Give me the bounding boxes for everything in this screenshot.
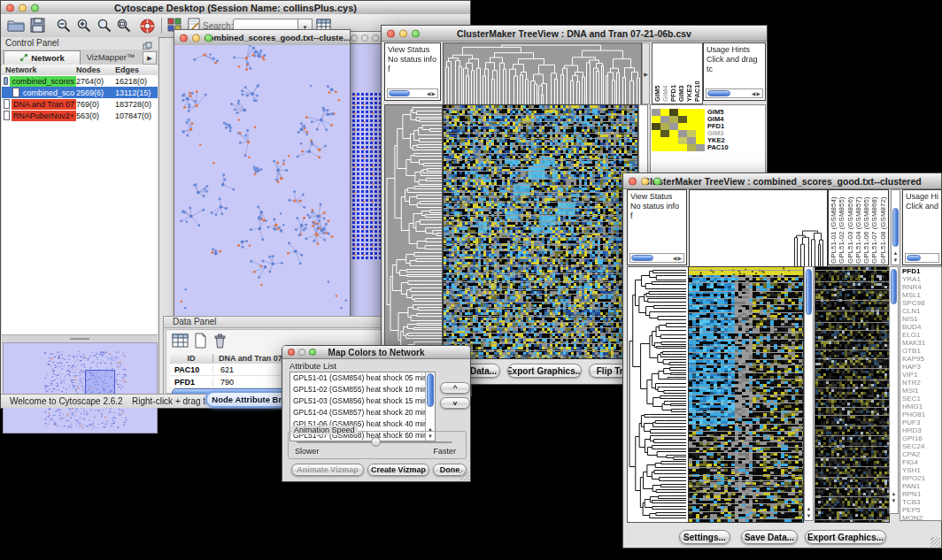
similarity-cell[interactable]: [687, 137, 696, 144]
move-up-button[interactable]: ^: [440, 382, 470, 394]
column-label[interactable]: GPL51-01 (GSM854): [830, 191, 838, 264]
gene-label[interactable]: BUD4: [902, 323, 939, 331]
gene-label[interactable]: NIS1: [902, 315, 939, 323]
similarity-cell[interactable]: [669, 116, 678, 123]
network-table-row[interactable]: DNA and Tran 07769(0)183728(0): [2, 98, 158, 110]
scrollbar-thumb[interactable]: [427, 373, 434, 407]
zoom-button[interactable]: [31, 4, 39, 12]
gene-label[interactable]: CPA2: [902, 450, 939, 458]
column-label[interactable]: PAC10: [693, 45, 701, 102]
similarity-cell[interactable]: [678, 137, 687, 144]
gene-label[interactable]: PAN1: [902, 482, 939, 490]
help-lifering-icon[interactable]: [139, 18, 156, 38]
minimize-button[interactable]: [298, 349, 305, 356]
row-dendrogram[interactable]: [627, 266, 689, 523]
gene-label[interactable]: RNR4: [902, 283, 939, 291]
heatmap-global[interactable]: [443, 104, 638, 359]
network-view-canvas[interactable]: [174, 45, 350, 322]
titlebar[interactable]: Cytoscape Desktop (Session Name: collins…: [1, 1, 470, 15]
similarity-cell[interactable]: [696, 109, 705, 116]
close-button[interactable]: [629, 177, 637, 185]
gene-label[interactable]: TCB3: [902, 498, 939, 506]
save-data-button[interactable]: Save Data...: [741, 530, 798, 544]
zoom-selected-icon[interactable]: [116, 18, 132, 37]
row-dendrogram[interactable]: [384, 104, 443, 359]
similarity-cell[interactable]: [687, 116, 696, 123]
gene-label[interactable]: SPC98: [902, 299, 939, 307]
similarity-cell[interactable]: [660, 109, 669, 116]
gene-label[interactable]: SEC24: [902, 442, 939, 450]
similarity-cell[interactable]: [696, 137, 705, 144]
scrollbar-thumb[interactable]: [907, 255, 921, 261]
vertical-scrollbar[interactable]: [804, 266, 814, 521]
gene-label[interactable]: CLN1: [902, 307, 939, 315]
gene-label[interactable]: HRD3: [902, 426, 939, 434]
minimize-button[interactable]: [19, 4, 27, 12]
gene-label[interactable]: HMG1: [902, 403, 939, 410]
tab-vizmapper[interactable]: VizMapper™: [80, 50, 142, 64]
attribute-list-item[interactable]: GPL51-03 (GSM856) heat shock 15 min: [290, 395, 435, 407]
gene-label[interactable]: HAP3: [902, 363, 939, 371]
header-network[interactable]: Network: [2, 65, 76, 74]
delete-trash-icon[interactable]: [213, 333, 227, 352]
gene-label[interactable]: PEP5: [902, 506, 939, 514]
animate-vizmap-button[interactable]: Animate Vizmap: [291, 464, 364, 476]
minimize-button[interactable]: [399, 29, 407, 37]
similarity-cell[interactable]: [678, 109, 687, 116]
titlebar[interactable]: ClusterMaker TreeView : combined_scores_…: [623, 173, 941, 189]
close-button[interactable]: [351, 35, 358, 42]
zoom-button[interactable]: [653, 177, 661, 185]
column-label[interactable]: GPL51-03 (GSM856): [846, 191, 854, 264]
scroll-right-button[interactable]: [642, 42, 650, 104]
similarity-cell[interactable]: [687, 109, 696, 116]
column-dendrogram[interactable]: [443, 42, 642, 106]
similarity-cell[interactable]: [652, 123, 660, 130]
similarity-cell[interactable]: [678, 116, 687, 123]
attribute-list-item[interactable]: GPL51-02 (GSM855) heat shock 10 min: [290, 384, 435, 395]
zoom-button[interactable]: [205, 34, 212, 42]
similarity-cell[interactable]: [652, 116, 660, 123]
similarity-cell[interactable]: [660, 116, 669, 123]
column-label[interactable]: GIM5: [653, 45, 661, 102]
similarity-cell[interactable]: [660, 130, 669, 137]
similarity-cell[interactable]: [687, 123, 696, 130]
column-label[interactable]: GIM3: [677, 45, 685, 102]
similarity-cell[interactable]: [652, 109, 660, 116]
zoom-button[interactable]: [412, 29, 420, 37]
close-button[interactable]: [180, 34, 188, 42]
column-label[interactable]: GPL51-02 (GSM855): [838, 191, 845, 264]
similarity-cell[interactable]: [669, 109, 678, 116]
gene-label[interactable]: MON2: [902, 514, 939, 521]
close-button[interactable]: [6, 4, 14, 12]
tab-overflow-button[interactable]: ▶: [143, 51, 157, 65]
resize-grip[interactable]: [930, 537, 940, 547]
minimize-button[interactable]: [641, 177, 649, 185]
zoom-in-icon[interactable]: [76, 18, 92, 37]
move-down-button[interactable]: v: [440, 397, 470, 409]
similarity-cell[interactable]: [678, 144, 687, 151]
scrollbar-thumb[interactable]: [892, 208, 899, 247]
similarity-cell[interactable]: [660, 137, 669, 144]
titlebar[interactable]: Map Colors to Network: [282, 346, 470, 359]
close-button[interactable]: [288, 349, 295, 356]
gene-label[interactable]: MSI1: [902, 387, 939, 395]
gene-label[interactable]: YRA1: [902, 275, 939, 283]
gene-scrollbar[interactable]: [889, 266, 899, 514]
gene-label[interactable]: MAK31: [902, 339, 939, 347]
open-folder-icon[interactable]: [7, 18, 25, 36]
gene-label[interactable]: RPO21: [902, 474, 939, 482]
similarity-cell[interactable]: [669, 130, 678, 137]
minimize-button[interactable]: [192, 34, 200, 42]
similarity-cell[interactable]: [678, 123, 687, 130]
gene-label[interactable]: RPN1: [902, 490, 939, 498]
mini-scrollbar[interactable]: [706, 88, 763, 98]
column-label[interactable]: GPL51-08 (GSM872): [879, 191, 887, 264]
column-label[interactable]: GPL51-04 (GSM857): [854, 191, 862, 264]
similarity-cell[interactable]: [696, 123, 705, 130]
scrollbar-thumb[interactable]: [631, 255, 653, 261]
similarity-cell[interactable]: [678, 130, 687, 137]
column-label[interactable]: GIM4: [661, 45, 669, 102]
scrollbar-thumb[interactable]: [891, 269, 897, 304]
zoom-button[interactable]: [309, 349, 316, 356]
gene-label[interactable]: PFD1: [902, 267, 939, 275]
